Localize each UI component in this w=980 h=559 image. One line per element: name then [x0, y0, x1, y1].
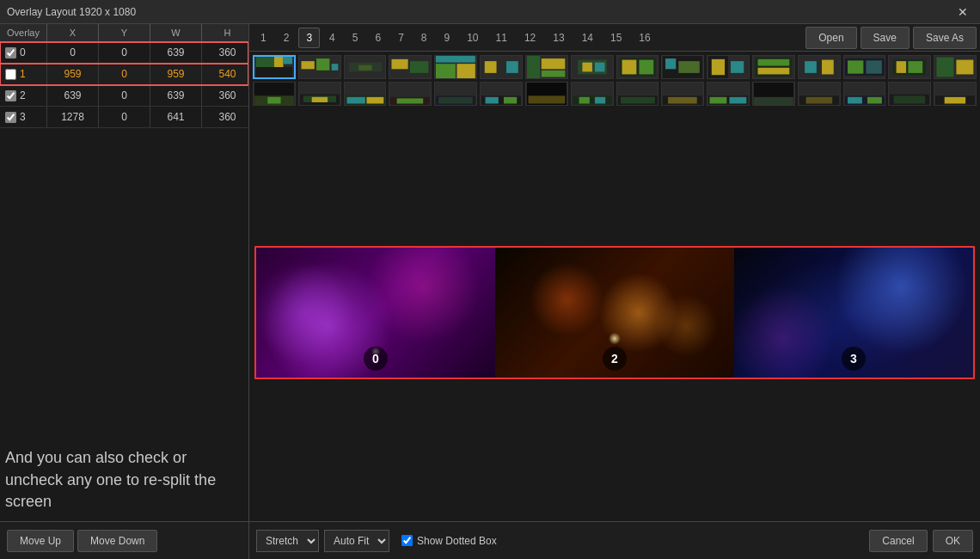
grid-cell-2-1[interactable] — [253, 82, 296, 106]
col-overlay: Overlay — [0, 24, 47, 41]
tab-6[interactable]: 6 — [367, 28, 389, 48]
tab-8[interactable]: 8 — [413, 28, 435, 48]
close-button[interactable]: ✕ — [952, 3, 973, 21]
save-as-button[interactable]: Save As — [913, 27, 977, 49]
grid-cell-2-12[interactable] — [752, 82, 795, 106]
grid-cell-1-2[interactable] — [298, 55, 341, 79]
svg-rect-55 — [397, 98, 424, 103]
tab-12[interactable]: 12 — [517, 28, 543, 48]
grid-cell-1-7[interactable] — [525, 55, 568, 79]
svg-rect-74 — [754, 97, 793, 105]
grid-cell-1-15[interactable] — [888, 55, 931, 79]
row3-check-cell[interactable]: 3 — [0, 107, 47, 127]
tab-14[interactable]: 14 — [574, 28, 601, 48]
row2-y: 0 — [99, 85, 150, 106]
grid-cell-2-5[interactable] — [434, 82, 477, 106]
grid-cell-1-9[interactable] — [616, 55, 659, 79]
tab-10[interactable]: 10 — [459, 28, 486, 48]
row1-check-cell[interactable]: 1 — [0, 64, 47, 84]
row2-checkbox[interactable] — [5, 90, 16, 101]
row3-checkbox[interactable] — [5, 112, 16, 123]
svg-rect-62 — [528, 95, 565, 103]
right-panel: 1 2 3 4 5 6 7 8 9 10 11 12 13 14 15 16 O… — [249, 24, 980, 559]
tab-9[interactable]: 9 — [437, 28, 458, 48]
svg-rect-41 — [897, 61, 906, 73]
preview-frame: 0 2 3 — [254, 246, 975, 379]
tab-1[interactable]: 1 — [253, 28, 274, 48]
grid-cell-2-13[interactable] — [798, 82, 841, 106]
move-down-button[interactable]: Move Down — [77, 530, 157, 552]
grid-cell-2-11[interactable] — [707, 82, 750, 106]
svg-rect-79 — [867, 97, 882, 104]
grid-cell-1-13[interactable] — [798, 55, 841, 79]
svg-rect-8 — [358, 65, 371, 71]
grid-cell-1-5[interactable] — [434, 55, 477, 79]
svg-rect-2 — [274, 57, 284, 67]
grid-cell-2-14[interactable] — [843, 82, 886, 106]
col-y: Y — [99, 24, 150, 41]
move-up-button[interactable]: Move Up — [7, 530, 74, 552]
save-button[interactable]: Save — [861, 27, 910, 49]
tab-11[interactable]: 11 — [488, 28, 515, 48]
row0-y: 0 — [99, 42, 150, 63]
tab-16[interactable]: 16 — [631, 28, 658, 48]
grid-cell-2-6[interactable] — [480, 82, 523, 106]
show-dotted-label: Show Dotted Box — [417, 535, 497, 547]
row1-checkbox[interactable] — [5, 69, 16, 80]
grid-cell-1-3[interactable] — [344, 55, 387, 79]
stretch-dropdown[interactable]: Stretch Fit Fill — [256, 530, 319, 552]
col-x: X — [47, 24, 99, 41]
grid-cell-2-10[interactable] — [661, 82, 704, 106]
grid-cell-2-9[interactable] — [616, 82, 659, 106]
tab-5[interactable]: 5 — [345, 28, 366, 48]
show-dotted-checkbox[interactable] — [401, 535, 413, 546]
row2-check-cell[interactable]: 2 — [0, 85, 47, 106]
main-layout: Overlay X Y W H 0 0 0 639 360 — [0, 24, 980, 559]
svg-rect-31 — [731, 61, 744, 73]
tab-4[interactable]: 4 — [322, 28, 343, 48]
svg-rect-72 — [730, 97, 747, 104]
left-bottom-bar: Move Up Move Down — [0, 521, 248, 559]
grid-cell-1-14[interactable] — [843, 55, 886, 79]
grid-cell-1-16[interactable] — [934, 55, 977, 79]
row3-h: 360 — [202, 107, 248, 127]
grid-cell-2-8[interactable] — [571, 82, 614, 106]
autofit-dropdown[interactable]: Auto Fit Manual — [324, 530, 389, 552]
svg-rect-6 — [331, 64, 338, 71]
row0-checkbox[interactable] — [5, 47, 16, 58]
svg-rect-81 — [894, 95, 926, 103]
open-button[interactable]: Open — [805, 27, 856, 49]
title-bar: Overlay Layout 1920 x 1080 ✕ — [0, 0, 980, 24]
row1-y: 0 — [99, 64, 150, 84]
tab-3[interactable]: 3 — [298, 28, 320, 48]
grid-cell-1-11[interactable] — [707, 55, 750, 79]
grid-cell-1-8[interactable] — [571, 55, 614, 79]
grid-cell-1-1[interactable] — [253, 55, 296, 79]
row2-x: 639 — [47, 85, 99, 106]
grid-cell-2-15[interactable] — [888, 82, 931, 106]
grid-cell-2-4[interactable] — [389, 82, 432, 106]
row0-check-cell[interactable]: 0 — [0, 42, 47, 63]
grid-row-1 — [253, 55, 977, 79]
tab-7[interactable]: 7 — [390, 28, 412, 48]
table-row: 0 0 0 639 360 — [0, 42, 248, 64]
grid-cell-1-4[interactable] — [389, 55, 432, 79]
grid-cell-2-7[interactable] — [525, 82, 568, 106]
grid-cell-1-10[interactable] — [661, 55, 704, 79]
svg-rect-3 — [284, 57, 293, 64]
grid-cell-2-16[interactable] — [934, 82, 977, 106]
row0-id: 0 — [20, 46, 26, 58]
tab-2[interactable]: 2 — [276, 28, 297, 48]
info-text: And you can also check or uncheck any on… — [0, 430, 248, 521]
tab-15[interactable]: 15 — [603, 28, 629, 48]
ok-button[interactable]: OK — [933, 530, 973, 552]
grid-cell-1-6[interactable] — [480, 55, 523, 79]
cancel-button[interactable]: Cancel — [869, 530, 927, 552]
col-h: H — [202, 24, 248, 41]
grid-cell-2-2[interactable] — [298, 82, 341, 106]
tab-13[interactable]: 13 — [545, 28, 572, 48]
svg-rect-18 — [542, 71, 566, 77]
grid-cell-2-3[interactable] — [344, 82, 387, 106]
row0-x: 0 — [47, 42, 99, 63]
grid-cell-1-12[interactable] — [752, 55, 795, 79]
